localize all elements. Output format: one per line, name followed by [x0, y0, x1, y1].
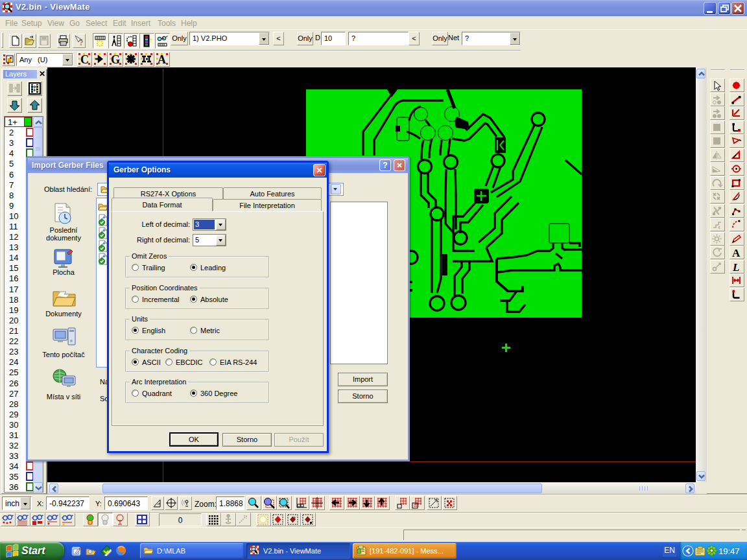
svg-text:s: s — [294, 515, 296, 519]
svg-text:C: C — [80, 53, 89, 65]
svg-text:G: G — [111, 53, 120, 65]
svg-text:?: ? — [79, 38, 84, 47]
svg-text:A: A — [158, 53, 166, 65]
svg-text:A: A — [732, 247, 741, 258]
svg-text:L: L — [732, 261, 739, 272]
